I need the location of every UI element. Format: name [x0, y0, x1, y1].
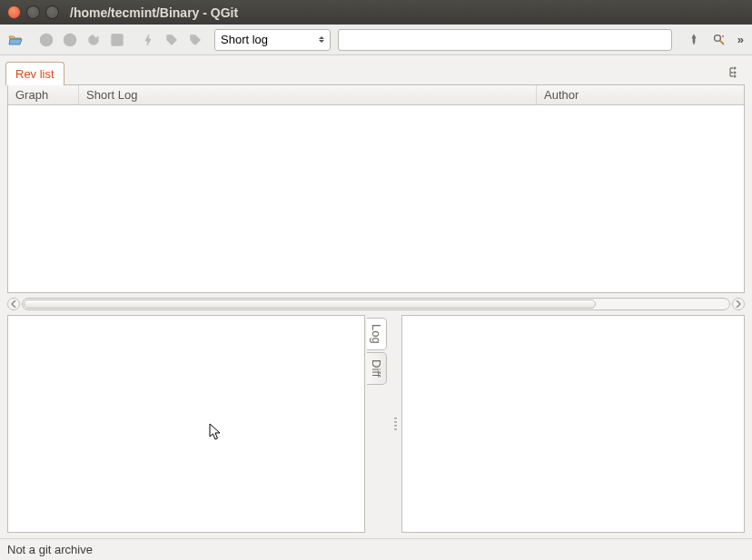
pin-button[interactable]	[684, 30, 704, 50]
search-wand-icon	[712, 33, 727, 47]
arrow-right-icon	[63, 33, 77, 47]
svg-point-7	[734, 67, 737, 70]
status-text: Not a git archive	[7, 543, 93, 556]
tag-delete-button[interactable]	[185, 30, 205, 50]
reload-icon	[86, 33, 101, 47]
tab-rev-list[interactable]: Rev list	[5, 62, 64, 85]
svg-point-8	[734, 72, 737, 74]
svg-point-6	[722, 35, 724, 37]
window-maximize-button[interactable]	[45, 5, 59, 19]
mailbox-button[interactable]	[138, 30, 158, 50]
window-controls	[7, 5, 59, 19]
forward-button[interactable]	[60, 30, 80, 50]
search-input[interactable]	[338, 29, 672, 51]
tree-view-button[interactable]	[725, 63, 745, 83]
window-close-button[interactable]	[7, 5, 21, 19]
svg-rect-3	[114, 35, 120, 39]
reload-button[interactable]	[84, 30, 104, 50]
detail-pane[interactable]	[7, 315, 365, 533]
filter-combo[interactable]: Short log	[214, 29, 331, 51]
main-content: Graph Short Log Author Log Diff	[0, 84, 752, 538]
filter-combo-value: Short log	[221, 33, 268, 46]
chevron-left-icon	[11, 300, 16, 308]
sidetab-diff[interactable]: Diff	[367, 352, 387, 385]
tag-button[interactable]	[162, 30, 182, 50]
table-body[interactable]	[8, 105, 744, 292]
chevron-right-icon	[736, 300, 741, 308]
table-header: Graph Short Log Author	[8, 85, 744, 105]
arrow-left-icon	[39, 33, 54, 47]
sidetab-log[interactable]: Log	[367, 318, 387, 350]
toolbar: Short log »	[0, 25, 752, 55]
svg-point-9	[734, 75, 737, 78]
tab-strip: Rev list	[0, 55, 752, 84]
tag-icon	[164, 33, 179, 47]
save-button[interactable]	[107, 30, 127, 50]
tag-delete-icon	[188, 33, 203, 47]
horizontal-scrollbar[interactable]	[7, 297, 745, 311]
folder-open-icon	[8, 33, 23, 47]
find-button[interactable]	[709, 30, 729, 50]
back-button[interactable]	[36, 30, 56, 50]
file-list-pane[interactable]	[401, 315, 745, 533]
bottom-panes: Log Diff	[7, 315, 745, 533]
column-header-short-log[interactable]: Short Log	[79, 85, 537, 104]
splitter-handle[interactable]	[392, 315, 398, 533]
status-bar: Not a git archive	[0, 538, 752, 560]
scroll-right-button[interactable]	[732, 298, 745, 310]
scrollbar-thumb[interactable]	[24, 300, 596, 309]
save-icon	[110, 33, 124, 47]
svg-point-5	[714, 34, 720, 41]
window-title: /home/tecmint/Binary - QGit	[70, 5, 238, 20]
scroll-left-button[interactable]	[7, 298, 20, 310]
titlebar: /home/tecmint/Binary - QGit	[0, 0, 752, 25]
window-minimize-button[interactable]	[26, 5, 40, 19]
column-header-graph[interactable]: Graph	[8, 85, 79, 104]
revision-table[interactable]: Graph Short Log Author	[7, 84, 745, 293]
pin-icon	[687, 33, 701, 47]
toolbar-overflow-button[interactable]: »	[735, 33, 747, 46]
combo-spinner-icon	[319, 36, 324, 43]
scrollbar-track[interactable]	[22, 298, 730, 310]
tree-icon	[727, 65, 742, 80]
svg-point-4	[169, 36, 171, 38]
open-folder-button[interactable]	[5, 30, 25, 50]
column-header-author[interactable]: Author	[537, 85, 744, 104]
lightning-icon	[141, 33, 155, 47]
grip-icon	[394, 413, 397, 435]
